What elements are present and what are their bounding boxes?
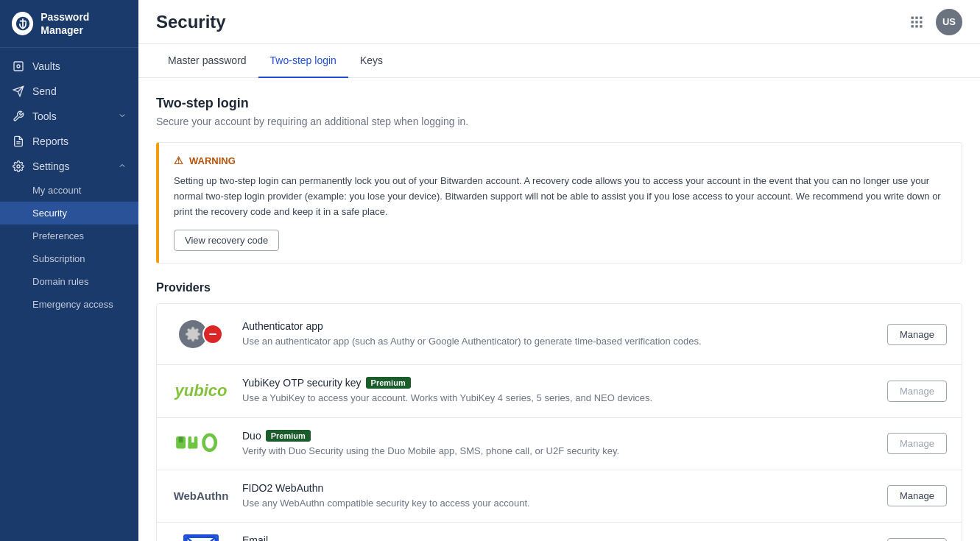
provider-webauthn: WebAuthn FIDO2 WebAuthn Use any WebAuthn… bbox=[157, 470, 962, 523]
tab-master-password[interactable]: Master password bbox=[156, 44, 258, 78]
yubikey-name: YubiKey OTP security key Premium bbox=[242, 377, 887, 389]
provider-authenticator: Authenticator app Use an authenticator a… bbox=[157, 304, 962, 365]
provider-yubikey: yubico YubiKey OTP security key Premium … bbox=[157, 365, 962, 417]
sidebar-item-settings[interactable]: Settings bbox=[0, 154, 138, 179]
yubikey-desc: Use a YubiKey to access your account. Wo… bbox=[242, 392, 887, 405]
view-recovery-code-button[interactable]: View recovery code bbox=[174, 230, 279, 251]
emergency-access-label: Emergency access bbox=[32, 299, 113, 310]
topbar: Security US bbox=[138, 0, 980, 44]
my-account-label: My account bbox=[32, 185, 81, 196]
settings-icon bbox=[12, 160, 25, 172]
sidebar-reports-label: Reports bbox=[32, 135, 68, 147]
duo-logo bbox=[172, 431, 230, 457]
svg-rect-14 bbox=[912, 25, 914, 27]
webauthn-text: WebAuthn bbox=[174, 489, 229, 502]
duo-manage-button[interactable]: Manage bbox=[887, 433, 947, 454]
sidebar-item-domain-rules[interactable]: Domain rules bbox=[0, 270, 138, 293]
yubikey-info: YubiKey OTP security key Premium Use a Y… bbox=[242, 377, 887, 405]
yubikey-manage-button[interactable]: Manage bbox=[887, 381, 947, 402]
sidebar-item-my-account[interactable]: My account bbox=[0, 179, 138, 202]
page-title: Security bbox=[156, 12, 226, 32]
topbar-actions: US bbox=[906, 9, 962, 35]
authenticator-info: Authenticator app Use an authenticator a… bbox=[242, 320, 887, 348]
webauthn-manage-button[interactable]: Manage bbox=[887, 485, 947, 506]
main-panel: Security US Master password Two-step log… bbox=[138, 0, 980, 541]
sidebar-item-reports[interactable]: Reports bbox=[0, 129, 138, 154]
sidebar-send-label: Send bbox=[32, 85, 57, 97]
svg-point-2 bbox=[17, 65, 20, 68]
email-name: Email bbox=[242, 534, 887, 541]
svg-rect-11 bbox=[912, 21, 914, 23]
section-description: Secure your account by requiring an addi… bbox=[156, 116, 962, 127]
user-avatar[interactable]: US bbox=[936, 9, 962, 35]
authenticator-name: Authenticator app bbox=[242, 320, 887, 332]
tab-keys[interactable]: Keys bbox=[348, 44, 395, 78]
sidebar-item-subscription[interactable]: Subscription bbox=[0, 247, 138, 270]
authenticator-logo bbox=[172, 316, 230, 353]
warning-triangle-icon: ⚠ bbox=[174, 155, 183, 166]
email-manage-button[interactable]: Manage bbox=[887, 538, 947, 541]
yubico-text: yubico bbox=[175, 381, 228, 400]
email-logo bbox=[172, 534, 230, 541]
settings-chevron-icon bbox=[118, 160, 127, 172]
duo-name: Duo Premium bbox=[242, 430, 887, 442]
duo-desc: Verify with Duo Security using the Duo M… bbox=[242, 445, 887, 458]
sidebar-tools-label: Tools bbox=[32, 110, 57, 122]
sidebar-logo: Password Manager bbox=[0, 0, 138, 48]
warning-text: Setting up two-step login can permanentl… bbox=[174, 174, 947, 219]
svg-rect-9 bbox=[915, 16, 917, 18]
reports-icon bbox=[12, 135, 25, 147]
warning-title: ⚠ WARNING bbox=[174, 155, 947, 166]
grid-menu-button[interactable] bbox=[906, 12, 927, 32]
tools-chevron-icon bbox=[118, 110, 127, 122]
duo-info: Duo Premium Verify with Duo Security usi… bbox=[242, 430, 887, 458]
duo-svg bbox=[175, 431, 227, 457]
sidebar-item-tools[interactable]: Tools bbox=[0, 104, 138, 129]
svg-rect-16 bbox=[920, 25, 922, 27]
provider-email: Email Verification codes will be emailed… bbox=[157, 523, 962, 541]
warning-box: ⚠ WARNING Setting up two-step login can … bbox=[156, 142, 962, 264]
svg-rect-15 bbox=[915, 25, 917, 27]
authenticator-desc: Use an authenticator app (such as Authy … bbox=[242, 335, 887, 348]
content-area: Master password Two-step login Keys Two-… bbox=[138, 44, 980, 541]
tab-bar: Master password Two-step login Keys bbox=[138, 44, 980, 78]
sidebar-item-send[interactable]: Send bbox=[0, 79, 138, 104]
svg-rect-12 bbox=[915, 21, 917, 23]
preferences-label: Preferences bbox=[32, 230, 84, 241]
svg-rect-13 bbox=[920, 21, 922, 23]
sidebar-vaults-label: Vaults bbox=[32, 60, 60, 72]
app-logo-icon bbox=[12, 12, 33, 35]
svg-rect-8 bbox=[912, 16, 914, 18]
sidebar-item-emergency-access[interactable]: Emergency access bbox=[0, 293, 138, 316]
sidebar-item-preferences[interactable]: Preferences bbox=[0, 224, 138, 247]
webauthn-name: FIDO2 WebAuthn bbox=[242, 482, 887, 494]
sidebar-item-security[interactable]: Security bbox=[0, 202, 138, 224]
app-name-label: Password Manager bbox=[40, 10, 127, 37]
webauthn-info: FIDO2 WebAuthn Use any WebAuthn compatib… bbox=[242, 482, 887, 510]
svg-rect-10 bbox=[920, 16, 922, 18]
svg-point-7 bbox=[17, 165, 20, 168]
svg-rect-23 bbox=[194, 436, 198, 446]
authenticator-manage-button[interactable]: Manage bbox=[887, 324, 947, 345]
tab-two-step-login[interactable]: Two-step login bbox=[258, 44, 348, 78]
inner-content: Two-step login Secure your account by re… bbox=[138, 78, 980, 541]
avatar-initials: US bbox=[942, 16, 956, 27]
no-entry-icon bbox=[202, 324, 223, 344]
svg-rect-1 bbox=[14, 62, 23, 71]
svg-point-24 bbox=[204, 434, 216, 450]
svg-rect-20 bbox=[179, 436, 183, 442]
subscription-label: Subscription bbox=[32, 253, 85, 264]
send-icon bbox=[12, 85, 25, 97]
tools-icon bbox=[12, 110, 25, 122]
vault-icon bbox=[12, 60, 25, 72]
provider-duo: Duo Premium Verify with Duo Security usi… bbox=[157, 418, 962, 470]
webauthn-logo: WebAuthn bbox=[172, 489, 230, 502]
sidebar-navigation: Vaults Send Tools bbox=[0, 48, 138, 541]
section-title: Two-step login bbox=[156, 96, 962, 111]
security-label: Security bbox=[32, 208, 67, 219]
providers-title: Providers bbox=[156, 281, 962, 294]
sidebar: Password Manager Vaults Send bbox=[0, 0, 138, 541]
webauthn-desc: Use any WebAuthn compatible security key… bbox=[242, 497, 887, 510]
sidebar-item-vaults[interactable]: Vaults bbox=[0, 54, 138, 79]
domain-rules-label: Domain rules bbox=[32, 276, 89, 287]
